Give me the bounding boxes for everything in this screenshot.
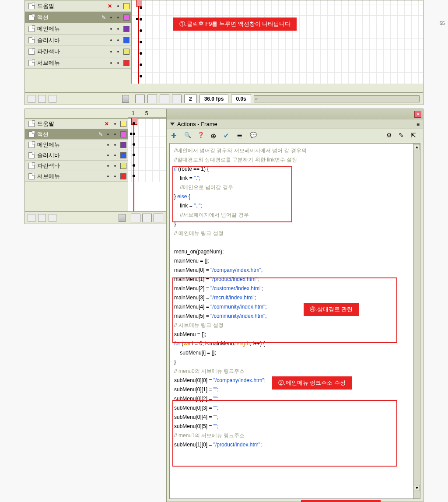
layer-row[interactable]: 슬러시바 bbox=[25, 150, 128, 161]
new-layer-button[interactable] bbox=[28, 214, 35, 222]
scroll-up-icon[interactable]: ▲ bbox=[414, 144, 420, 150]
dot-icon bbox=[117, 62, 119, 64]
timeline-grid[interactable]: 1 5 bbox=[128, 119, 166, 211]
onion-outline-button[interactable] bbox=[142, 214, 152, 222]
help-icon[interactable] bbox=[197, 132, 205, 140]
edit-frames-button[interactable] bbox=[154, 214, 163, 222]
collapse-icon[interactable] bbox=[170, 123, 175, 126]
new-guide-button[interactable] bbox=[38, 95, 46, 103]
layer-icon bbox=[28, 131, 35, 137]
layer-color[interactable] bbox=[123, 14, 130, 21]
layer-list: 도움말 ✕ 액션 ✎ 메인메뉴 슬러시바 bbox=[25, 0, 132, 84]
dot-icon bbox=[107, 176, 109, 177]
layer-color[interactable] bbox=[123, 3, 130, 9]
timeline-footer: 2 36.0 fps 0.0s bbox=[132, 92, 423, 105]
dot-icon bbox=[114, 144, 116, 146]
layer-color[interactable] bbox=[123, 37, 130, 43]
dot-icon bbox=[107, 133, 109, 135]
check-syntax-icon[interactable] bbox=[224, 132, 231, 140]
layer-tools bbox=[25, 211, 128, 224]
layer-color[interactable] bbox=[120, 152, 126, 158]
trash-icon[interactable] bbox=[119, 214, 126, 222]
onion-button[interactable] bbox=[135, 95, 145, 103]
layer-row[interactable]: 도움말 ✕ bbox=[25, 0, 131, 12]
layer-icon bbox=[28, 163, 35, 169]
onion-outline-button[interactable] bbox=[147, 95, 157, 103]
new-guide-button[interactable] bbox=[38, 214, 46, 222]
code-hint-icon[interactable] bbox=[250, 132, 258, 140]
layer-row[interactable]: 서브메뉴 bbox=[25, 171, 128, 182]
layer-name: 액션 bbox=[37, 130, 97, 138]
toggle-marker-button[interactable] bbox=[172, 95, 182, 103]
dot-icon bbox=[114, 154, 116, 156]
pencil-icon: ✎ bbox=[98, 131, 103, 137]
layer-color[interactable] bbox=[120, 142, 126, 148]
layer-row-selected[interactable]: 액션 ✎ bbox=[25, 12, 131, 23]
callout-annotation: ③.서브메뉴 링크주소 수정 bbox=[301, 500, 381, 502]
edit-frames-button[interactable] bbox=[160, 95, 169, 103]
auto-format-icon[interactable] bbox=[237, 132, 245, 140]
frame-number: 1 bbox=[132, 110, 135, 116]
debug-icon[interactable] bbox=[399, 132, 406, 140]
layer-row[interactable]: 슬러시바 bbox=[25, 35, 131, 46]
pin-icon[interactable] bbox=[411, 132, 419, 140]
onion-button[interactable] bbox=[131, 214, 140, 222]
new-folder-button[interactable] bbox=[49, 214, 56, 222]
layer-color[interactable] bbox=[123, 60, 130, 66]
fps-display: 36.0 fps bbox=[200, 95, 229, 103]
layer-color[interactable] bbox=[120, 121, 126, 127]
dot-icon bbox=[110, 39, 112, 41]
layer-row[interactable]: 파란색바 bbox=[25, 46, 131, 57]
ruler-label: 55 bbox=[440, 21, 445, 26]
dot-icon bbox=[117, 51, 119, 53]
layer-icon bbox=[28, 3, 35, 9]
layer-color[interactable] bbox=[120, 173, 126, 179]
x-icon[interactable]: ✕ bbox=[107, 3, 113, 9]
timeline-grid[interactable]: 55 bbox=[132, 0, 423, 84]
options-icon[interactable]: ≡ bbox=[416, 121, 420, 127]
frame-number: 5 bbox=[145, 110, 148, 116]
layer-name: 메인메뉴 bbox=[37, 25, 108, 33]
scroll-down-icon[interactable]: ▼ bbox=[414, 485, 420, 491]
actions-toolbar bbox=[167, 129, 423, 142]
layer-name: 파란색바 bbox=[37, 162, 105, 170]
close-icon[interactable]: ✕ bbox=[414, 111, 421, 118]
scrollbar-horizontal[interactable] bbox=[254, 95, 420, 102]
timeline-panel-top: 도움말 ✕ 액션 ✎ 메인메뉴 슬러시바 bbox=[24, 0, 424, 105]
dot-icon bbox=[117, 17, 119, 18]
code-editor[interactable]: //메인에서 넘어갈 경우와 서브페이지에서 넘어 갈 경우의 //절대경로와 … bbox=[169, 143, 420, 499]
new-folder-button[interactable] bbox=[49, 95, 56, 103]
layer-icon bbox=[28, 60, 35, 66]
layer-color[interactable] bbox=[120, 131, 126, 137]
add-script-icon[interactable] bbox=[171, 132, 179, 140]
layer-row[interactable]: 도움말 ✕ bbox=[25, 119, 128, 129]
actions-panel: ✕ Actions - Frame ≡ //메인에서 넘어갈 경우와 서브페이지… bbox=[166, 109, 424, 502]
target-icon[interactable] bbox=[210, 132, 218, 140]
layer-row[interactable]: 파란색바 bbox=[25, 161, 128, 171]
trash-icon[interactable] bbox=[122, 95, 129, 103]
scrollbar-vertical[interactable]: ▲ ▼ bbox=[413, 144, 420, 498]
layer-name: 메인메뉴 bbox=[37, 141, 105, 149]
layer-color[interactable] bbox=[123, 49, 130, 55]
layer-row[interactable]: 서브메뉴 bbox=[25, 57, 131, 69]
layer-name: 슬러시바 bbox=[37, 151, 105, 159]
callout-annotation: ①.클릭후 F9를 누루면 액션창이 나타납니다 bbox=[173, 18, 297, 31]
layer-icon bbox=[28, 152, 35, 158]
layer-icon bbox=[28, 49, 35, 55]
new-layer-button[interactable] bbox=[28, 95, 35, 103]
layer-color[interactable] bbox=[123, 26, 130, 32]
find-icon[interactable] bbox=[184, 132, 192, 140]
layer-name: 서브메뉴 bbox=[37, 59, 108, 67]
dot-icon bbox=[107, 144, 109, 146]
dot-icon bbox=[110, 51, 112, 53]
layer-row[interactable]: 메인메뉴 bbox=[25, 23, 131, 35]
x-icon[interactable]: ✕ bbox=[104, 121, 110, 127]
layer-row-selected[interactable]: 액션 ✎ bbox=[25, 129, 128, 140]
layer-icon bbox=[28, 26, 35, 32]
options-icon[interactable] bbox=[386, 132, 394, 140]
layer-color[interactable] bbox=[120, 163, 126, 169]
actions-header[interactable]: Actions - Frame ≡ bbox=[167, 119, 423, 129]
layer-row[interactable]: 메인메뉴 bbox=[25, 140, 128, 150]
dot-icon bbox=[110, 28, 112, 30]
layer-list: 도움말 ✕ 액션 ✎ 메인메뉴 슬러시바 파란색바 bbox=[25, 119, 128, 182]
